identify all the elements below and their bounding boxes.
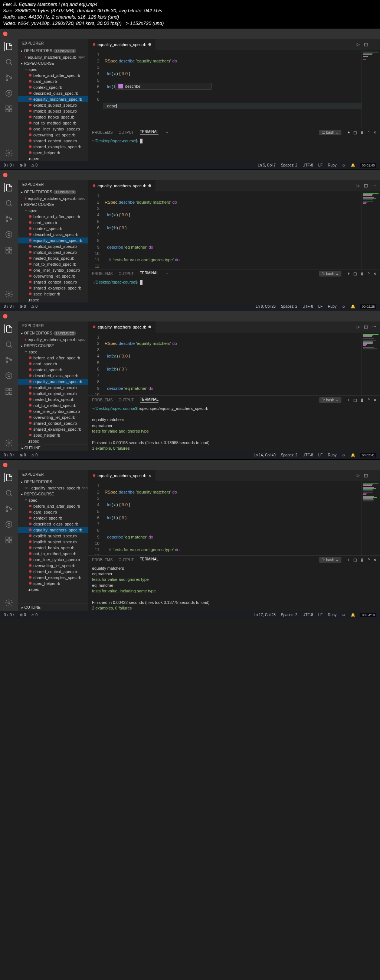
svg-rect-17 <box>6 247 8 249</box>
search-icon[interactable] <box>5 57 13 67</box>
open-editors-head[interactable]: ▸OPEN EDITORS1 UNSAVED <box>18 48 88 54</box>
terminal-tab[interactable]: TERMINAL <box>140 130 159 135</box>
close-window-icon[interactable] <box>3 314 8 318</box>
file-item[interactable]: explicit_subject_spec.rb <box>18 102 88 108</box>
svg-point-2 <box>6 79 8 81</box>
svg-rect-39 <box>6 537 8 539</box>
close-panel-icon[interactable]: ✕ <box>373 130 376 135</box>
file-item[interactable]: shared_examples_spec.rb <box>18 144 88 150</box>
debug-icon[interactable] <box>5 371 13 380</box>
explorer-icon[interactable] <box>5 42 13 51</box>
file-item[interactable]: nested_hooks_spec.rb <box>18 114 88 120</box>
problems-tab[interactable]: PROBLEMS <box>92 130 113 135</box>
code-editor[interactable]: 12345678 RSpec.describe 'equality matche… <box>88 50 380 128</box>
extensions-icon[interactable] <box>5 104 13 113</box>
svg-point-10 <box>8 152 10 154</box>
search-icon[interactable] <box>5 489 13 498</box>
sidebar: EXPLORER ▸OPEN EDITORS1 UNSAVED equality… <box>18 39 88 161</box>
svg-rect-8 <box>6 109 8 111</box>
file-item[interactable]: implicit_subject_spec.rb <box>18 108 88 114</box>
editor-tab[interactable]: equality_matchers_spec.rb <box>88 39 156 50</box>
explorer-icon[interactable] <box>5 325 13 333</box>
file-item[interactable]: spec_helper.rb <box>18 150 88 156</box>
svg-rect-9 <box>10 109 12 111</box>
eol[interactable]: LF <box>318 163 323 167</box>
suggestion-popup[interactable]: describe <box>115 83 212 89</box>
file-item[interactable]: overwriting_let_spec.rb <box>18 132 88 138</box>
maximize-icon[interactable]: ^ <box>368 130 370 135</box>
svg-rect-19 <box>6 250 8 253</box>
debug-icon[interactable] <box>5 520 13 529</box>
status-bar: 0 ↓ 0 ↑ ⊗ 0 ⚠ 0 Ln 5, Col 7 Spaces: 2 UT… <box>0 161 380 169</box>
close-tab-icon[interactable]: × <box>149 474 150 478</box>
settings-icon[interactable] <box>5 439 13 447</box>
extensions-icon[interactable] <box>5 246 13 255</box>
trash-icon[interactable]: 🗑 <box>360 130 364 135</box>
extensions-icon[interactable] <box>5 387 13 396</box>
source-control-icon[interactable] <box>5 73 13 82</box>
svg-rect-28 <box>6 388 8 390</box>
split-icon[interactable]: ◫ <box>364 42 368 47</box>
settings-icon[interactable] <box>5 149 13 158</box>
settings-icon[interactable] <box>5 290 13 299</box>
svg-point-34 <box>6 506 8 508</box>
source-control-icon[interactable] <box>5 504 13 513</box>
more-icon[interactable]: ⋯ <box>372 42 376 47</box>
debug-icon[interactable] <box>5 89 13 98</box>
close-window-icon[interactable] <box>3 463 8 467</box>
encoding[interactable]: UTF-8 <box>302 163 313 167</box>
meta-size: Size: 38866129 bytes (37.07 MB), duratio… <box>3 8 377 14</box>
svg-point-15 <box>6 231 12 237</box>
svg-point-5 <box>8 92 10 94</box>
extensions-icon[interactable] <box>5 536 13 544</box>
file-item[interactable]: before_and_after_spec.rb <box>18 72 88 78</box>
project-head[interactable]: ▸RSPEC-COURSE <box>18 60 88 67</box>
file-item[interactable]: described_class_spec.rb <box>18 90 88 96</box>
split-terminal-icon[interactable]: ◫ <box>353 130 356 135</box>
settings-icon[interactable] <box>5 598 13 607</box>
file-item[interactable]: context_spec.rb <box>18 84 88 90</box>
source-control-icon[interactable] <box>5 215 13 223</box>
file-item[interactable]: not_to_method_spec.rb <box>18 120 88 126</box>
feedback-icon[interactable]: ☺ <box>342 163 345 167</box>
new-terminal-icon[interactable]: + <box>347 130 350 135</box>
spec-folder[interactable]: ▾spec <box>18 67 88 72</box>
debug-icon[interactable] <box>5 230 13 239</box>
svg-rect-6 <box>6 105 8 108</box>
file-item[interactable]: card_spec.rb <box>18 78 88 84</box>
language[interactable]: Ruby <box>328 163 336 167</box>
file-item[interactable]: shared_context_spec.rb <box>18 138 88 144</box>
open-editor-file[interactable]: equality_matchers_spec.rbspec <box>18 54 88 60</box>
status-errors[interactable]: ⊗ 0 <box>20 163 25 167</box>
indent[interactable]: Spaces: 2 <box>281 163 297 167</box>
search-icon[interactable] <box>5 340 13 349</box>
status-warnings[interactable]: ⚠ 0 <box>31 163 38 167</box>
screenshot-4: EXPLORER ▸OPEN EDITORS ×equality_matcher… <box>0 459 380 619</box>
file-item[interactable]: one_liner_syntax_spec.rb <box>18 126 88 132</box>
more-icon[interactable]: ⋯ <box>165 130 168 135</box>
svg-point-16 <box>8 233 10 235</box>
terminal-panel: PROBLEMS OUTPUT TERMINAL ⋯ 1: bash⌄ +◫🗑^… <box>88 128 380 161</box>
status-git[interactable]: 0 ↓ 0 ↑ <box>4 163 14 167</box>
shell-select[interactable]: 1: bash⌄ <box>319 130 342 135</box>
close-window-icon[interactable] <box>3 173 8 177</box>
meta-audio: Audio: aac, 44100 Hz, 2 channels, s16, 1… <box>3 14 377 21</box>
run-icon[interactable]: ▷ <box>356 42 359 47</box>
explorer-icon[interactable] <box>5 183 13 192</box>
file-item-active[interactable]: equality_matchers_spec.rb <box>18 96 88 102</box>
explorer-icon[interactable] <box>5 473 13 482</box>
close-window-icon[interactable] <box>3 32 8 36</box>
svg-point-25 <box>10 359 12 361</box>
minimap[interactable] <box>361 50 380 128</box>
source-control-icon[interactable] <box>5 356 13 364</box>
search-icon[interactable] <box>5 199 13 208</box>
output-tab[interactable]: OUTPUT <box>119 130 134 135</box>
svg-point-1 <box>6 75 8 76</box>
svg-point-22 <box>6 342 11 346</box>
terminal-output[interactable]: ~/Desktop/rspec-course$ <box>88 137 380 161</box>
svg-point-13 <box>6 220 8 222</box>
meta-file: File: 2. Equality Matchers I (eq and eql… <box>3 2 377 8</box>
cursor-position[interactable]: Ln 5, Col 7 <box>258 163 276 167</box>
bell-icon[interactable]: 🔔 <box>351 163 355 167</box>
rspec-file[interactable]: .rspec <box>18 156 88 161</box>
